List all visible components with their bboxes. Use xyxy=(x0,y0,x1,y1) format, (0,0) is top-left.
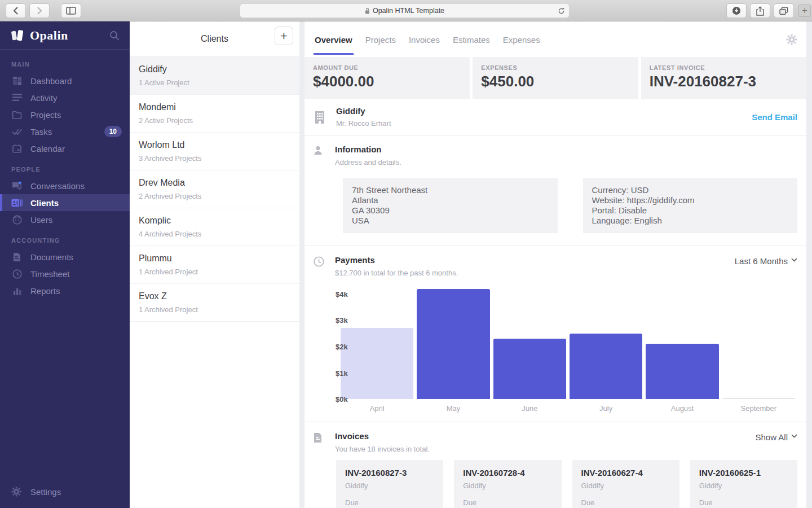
month-label: September xyxy=(722,399,795,413)
client-list-item-plummu[interactable]: Plummu 1 Archived Project xyxy=(130,246,299,284)
sidebar-item-activity[interactable]: Activity xyxy=(0,89,130,106)
invoice-due-label: Due xyxy=(699,498,788,507)
dashboard-icon xyxy=(11,76,23,86)
bar-may xyxy=(417,289,489,399)
tasks-icon xyxy=(11,128,23,135)
share-button[interactable] xyxy=(750,3,770,18)
month-label: July xyxy=(570,399,642,413)
address-line: 7th Street Northeast xyxy=(352,185,549,195)
client-subtitle: 1 Active Project xyxy=(139,78,290,87)
search-icon[interactable] xyxy=(109,30,120,41)
clients-panel-title: Clients xyxy=(201,34,228,44)
invoices-filter-dropdown[interactable]: Show All xyxy=(755,431,797,453)
refresh-icon[interactable] xyxy=(558,7,565,15)
sidebar-item-dashboard[interactable]: Dashboard xyxy=(0,72,130,89)
bar-september xyxy=(722,398,795,399)
invoice-due-label: Due xyxy=(463,498,552,507)
payments-title: Payments xyxy=(335,255,458,265)
stat-amount-due: AMOUNT DUE $4000.00 xyxy=(304,57,470,99)
client-list-item-drev-media[interactable]: Drev Media 2 Archived Projects xyxy=(130,170,299,208)
sidebar-item-reports[interactable]: Reports xyxy=(0,282,130,299)
back-button[interactable] xyxy=(6,3,26,18)
address-line: Atlanta xyxy=(352,195,549,205)
share-icon xyxy=(756,6,764,16)
downloads-button[interactable] xyxy=(726,3,747,18)
client-settings-gear-icon[interactable] xyxy=(786,34,797,45)
sidebar-item-calendar[interactable]: Calendar xyxy=(0,140,130,157)
forward-icon xyxy=(37,7,42,15)
send-email-link[interactable]: Send Email xyxy=(752,112,797,122)
conversations-icon xyxy=(11,181,23,190)
invoice-card[interactable]: INV-20160625-1 Giddify Due 30/06/2016 Am… xyxy=(690,460,797,508)
client-list-item-mondemi[interactable]: Mondemi 2 Active Projects xyxy=(130,95,299,133)
address-line: USA xyxy=(352,216,549,226)
client-subtitle: 2 Archived Projects xyxy=(139,192,290,200)
client-list-item-komplic[interactable]: Komplic 4 Archived Projects xyxy=(130,208,299,246)
y-axis-tick: $0k xyxy=(336,395,348,404)
add-client-button[interactable]: + xyxy=(275,27,293,45)
client-subtitle: 2 Active Projects xyxy=(139,116,290,125)
app-logo-text: Opalin xyxy=(30,28,68,43)
client-header: Giddify Mr. Rocco Erhart Send Email xyxy=(304,99,806,135)
invoice-client: Giddify xyxy=(581,481,670,490)
client-list-item-worlom-ltd[interactable]: Worlom Ltd 3 Archived Projects xyxy=(130,133,299,170)
sidebar-item-label: Timesheet xyxy=(30,269,69,279)
sidebar-item-tasks[interactable]: Tasks 10 xyxy=(0,123,130,140)
client-name: Giddify xyxy=(139,64,290,75)
sidebar-item-projects[interactable]: Projects xyxy=(0,106,130,123)
invoice-due-label: Due xyxy=(345,498,434,507)
sidebar-item-clients[interactable]: Clients xyxy=(0,194,130,211)
invoice-card[interactable]: INV-20160827-3 Giddify Due 31/08/2016 Am… xyxy=(336,460,443,508)
bar-col-july: July xyxy=(570,286,642,413)
sidebar-toggle-icon xyxy=(66,7,76,15)
sidebar-item-label: Projects xyxy=(30,110,61,120)
sidebar-item-documents[interactable]: Documents xyxy=(0,248,130,265)
bar-august xyxy=(646,344,718,399)
tabs-overview-button[interactable] xyxy=(774,3,794,18)
forward-button[interactable] xyxy=(29,3,50,18)
client-header-name: Giddify xyxy=(336,106,391,116)
client-list-item-giddify[interactable]: Giddify 1 Active Project xyxy=(130,57,299,95)
tab-bar: Overview Projects Invoices Estimates Exp… xyxy=(304,21,806,57)
sidebar-item-label: Tasks xyxy=(30,127,52,137)
client-list-item-evox-z[interactable]: Evox Z 1 Archived Project xyxy=(130,284,299,322)
invoice-card[interactable]: INV-20160728-4 Giddify Due 31/07/2016 Am… xyxy=(454,460,561,508)
tab-overview[interactable]: Overview xyxy=(314,23,354,56)
tab-estimates[interactable]: Estimates xyxy=(452,23,491,56)
detail-line: Website: https://giddify.com xyxy=(592,195,789,205)
documents-icon xyxy=(11,252,23,262)
payments-filter-dropdown[interactable]: Last 6 Months xyxy=(735,255,797,277)
new-tab-button[interactable]: + xyxy=(798,5,811,17)
tab-invoices[interactable]: Invoices xyxy=(408,23,441,56)
chevron-down-icon xyxy=(791,432,797,438)
address-bar[interactable]: Opalin HTML Template xyxy=(240,3,570,18)
clock-icon xyxy=(314,255,327,277)
clients-icon xyxy=(11,199,23,207)
tasks-count-badge: 10 xyxy=(104,126,122,137)
address-line: GA 30309 xyxy=(352,205,549,216)
client-name: Evox Z xyxy=(139,291,290,301)
y-axis-tick: $4k xyxy=(336,290,348,299)
payments-chart-bars: AprilMayJuneJulyAugustSeptember xyxy=(341,286,795,413)
invoice-id: INV-20160625-1 xyxy=(699,468,788,478)
sidebar-item-timesheet[interactable]: Timesheet xyxy=(0,265,130,282)
tab-projects[interactable]: Projects xyxy=(364,23,397,56)
tab-expenses[interactable]: Expenses xyxy=(502,23,541,56)
sidebar: Opalin MAIN Dashboard Activity Projects xyxy=(0,21,130,508)
address-box: 7th Street Northeast Atlanta GA 30309 US… xyxy=(343,178,558,233)
sidebar-toggle-button[interactable] xyxy=(61,3,81,18)
sidebar-item-label: Dashboard xyxy=(30,76,72,86)
sidebar-item-conversations[interactable]: Conversations xyxy=(0,177,130,194)
payments-filter-label: Last 6 Months xyxy=(735,256,788,266)
sidebar-item-users[interactable]: Users xyxy=(0,211,130,228)
invoice-client: Giddify xyxy=(699,481,788,490)
invoices-section: Invoices You have 18 invoices in total. … xyxy=(304,422,806,508)
stat-label: EXPENSES xyxy=(481,64,629,71)
invoice-client: Giddify xyxy=(345,481,434,490)
sidebar-item-settings[interactable]: Settings xyxy=(0,475,130,508)
users-icon xyxy=(11,215,23,225)
invoice-card[interactable]: INV-20160627-4 Giddify Due 30/06/2016 Am… xyxy=(572,460,679,508)
detail-line: Language: English xyxy=(592,216,789,226)
client-name: Plummu xyxy=(139,253,290,264)
chevron-down-icon xyxy=(791,256,797,262)
